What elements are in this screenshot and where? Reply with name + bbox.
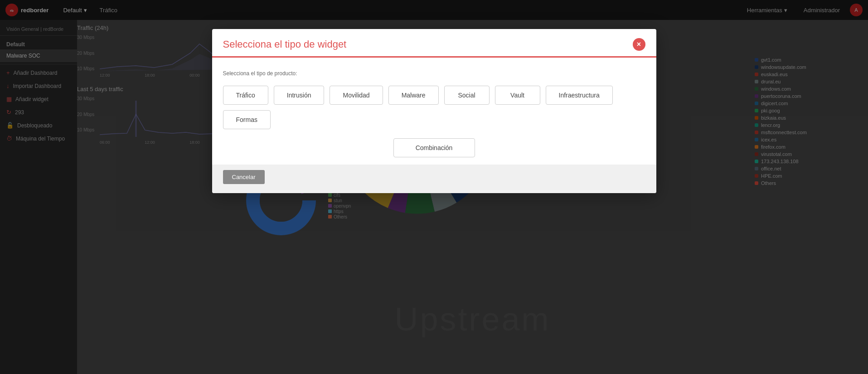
- widget-type-grid: Tráfico Intrusión Movilidad Malware Soci…: [223, 86, 645, 129]
- widget-type-vault[interactable]: Vault: [495, 86, 540, 105]
- modal-footer: Cancelar: [212, 165, 656, 193]
- modal-subtitle: Selecciona el tipo de producto:: [223, 70, 645, 77]
- modal-title: Selecciona el tipo de widget: [223, 39, 347, 50]
- modal-header: Selecciona el tipo de widget ×: [212, 29, 656, 58]
- cancel-button[interactable]: Cancelar: [223, 170, 265, 184]
- widget-type-trafico[interactable]: Tráfico: [223, 86, 268, 105]
- widget-type-formas[interactable]: Formas: [223, 110, 271, 129]
- modal-overlay: Selecciona el tipo de widget × Seleccion…: [0, 0, 868, 374]
- modal-close-button[interactable]: ×: [633, 38, 645, 51]
- widget-type-infraestructura[interactable]: Infraestructura: [546, 86, 613, 105]
- widget-type-malware[interactable]: Malware: [388, 86, 439, 105]
- widget-type-movilidad[interactable]: Movilidad: [330, 86, 383, 105]
- widget-type-combinacion[interactable]: Combinación: [393, 138, 475, 157]
- widget-type-intrusion[interactable]: Intrusión: [274, 86, 325, 105]
- widget-type-modal: Selecciona el tipo de widget × Seleccion…: [212, 29, 656, 193]
- modal-body: Selecciona el tipo de producto: Tráfico …: [212, 58, 656, 165]
- widget-type-social[interactable]: Social: [444, 86, 490, 105]
